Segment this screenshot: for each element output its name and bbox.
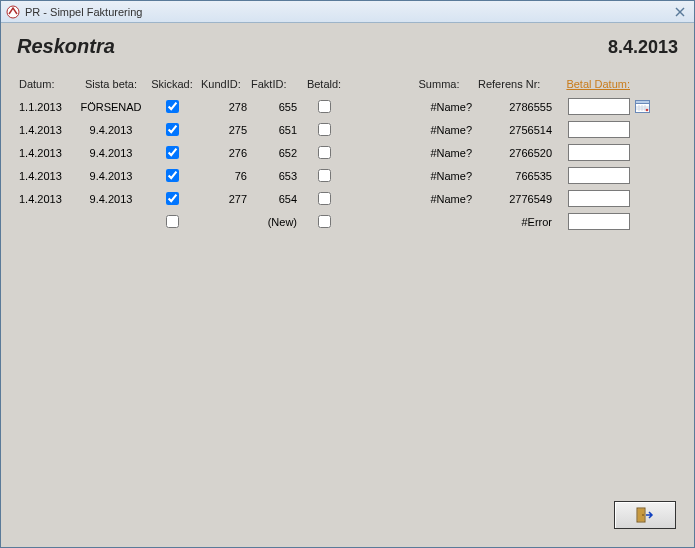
cell-sista: 9.4.2013: [77, 170, 145, 182]
page-date: 8.4.2013: [608, 37, 678, 58]
cell-sista: 9.4.2013: [77, 124, 145, 136]
col-betald: Betald:: [299, 78, 349, 90]
betaldatum-input[interactable]: [568, 190, 630, 207]
close-button[interactable]: [614, 501, 676, 529]
skickad-checkbox[interactable]: [166, 146, 179, 159]
cell-faktid: 654: [249, 193, 299, 205]
cell-skickad: [145, 146, 199, 160]
cell-referens: #Error: [474, 216, 554, 228]
cell-referens: 2766520: [474, 147, 554, 159]
col-kundid: KundID:: [199, 78, 249, 90]
cell-betaldatum: [554, 144, 632, 161]
cell-kundid: 276: [199, 147, 249, 159]
cell-kundid: 76: [199, 170, 249, 182]
betald-checkbox[interactable]: [318, 123, 331, 136]
window-title: PR - Simpel Fakturering: [25, 6, 670, 18]
betaldatum-input[interactable]: [568, 121, 630, 138]
cell-referens: 2786555: [474, 101, 554, 113]
betaldatum-input[interactable]: [568, 144, 630, 161]
skickad-checkbox[interactable]: [166, 192, 179, 205]
cell-skickad: [145, 169, 199, 183]
cell-summa: #Name?: [404, 101, 474, 113]
cell-betaldatum: [554, 167, 632, 184]
cell-skickad: [145, 192, 199, 206]
page-header: Reskontra 8.4.2013: [17, 35, 678, 58]
cell-betald: [299, 169, 349, 183]
page-title: Reskontra: [17, 35, 115, 58]
cell-datum: 1.4.2013: [17, 170, 77, 182]
door-exit-icon: [636, 507, 654, 523]
titlebar: PR - Simpel Fakturering: [1, 1, 694, 23]
calendar-icon[interactable]: [634, 98, 650, 114]
col-sista: Sista beta:: [77, 78, 145, 90]
table-row: 1.4.20139.4.2013275651#Name?2756514: [17, 118, 678, 141]
col-summa: Summa:: [404, 78, 474, 90]
svg-point-10: [645, 109, 648, 112]
betald-checkbox[interactable]: [318, 215, 331, 228]
window: PR - Simpel Fakturering Reskontra 8.4.20…: [0, 0, 695, 548]
col-faktid: FaktID:: [249, 78, 299, 90]
cell-betald: [299, 146, 349, 160]
col-betaldatum-link[interactable]: Betal Datum:: [566, 78, 630, 90]
cell-betald: [299, 123, 349, 137]
cell-kundid: 275: [199, 124, 249, 136]
content-area: Reskontra 8.4.2013 Datum: Sista beta: Sk…: [1, 23, 694, 245]
cell-betald: [299, 215, 349, 229]
cell-skickad: [145, 215, 199, 229]
skickad-checkbox[interactable]: [166, 215, 179, 228]
betald-checkbox[interactable]: [318, 192, 331, 205]
skickad-checkbox[interactable]: [166, 123, 179, 136]
app-icon: [5, 4, 21, 20]
table-row: 1.4.20139.4.2013277654#Name?2776549: [17, 187, 678, 210]
cell-sista: 9.4.2013: [77, 147, 145, 159]
data-grid: Datum: Sista beta: Skickad: KundID: Fakt…: [17, 72, 678, 233]
cell-skickad: [145, 100, 199, 114]
betaldatum-input[interactable]: [568, 98, 630, 115]
betald-checkbox[interactable]: [318, 169, 331, 182]
cell-datum: 1.4.2013: [17, 124, 77, 136]
cell-calendar: [632, 98, 650, 115]
cell-summa: #Name?: [404, 170, 474, 182]
cell-kundid: 277: [199, 193, 249, 205]
betaldatum-input[interactable]: [568, 213, 630, 230]
skickad-checkbox[interactable]: [166, 169, 179, 182]
cell-referens: 766535: [474, 170, 554, 182]
table-row: 1.4.20139.4.201376653#Name?766535: [17, 164, 678, 187]
header-row: Datum: Sista beta: Skickad: KundID: Fakt…: [17, 72, 678, 95]
cell-betaldatum: [554, 121, 632, 138]
svg-rect-4: [635, 101, 649, 104]
col-referens: Referens Nr:: [474, 78, 554, 90]
cell-summa: #Name?: [404, 124, 474, 136]
cell-kundid: 278: [199, 101, 249, 113]
betaldatum-input[interactable]: [568, 167, 630, 184]
betald-checkbox[interactable]: [318, 146, 331, 159]
cell-summa: #Name?: [404, 147, 474, 159]
cell-faktid: (New): [249, 216, 299, 228]
svg-point-13: [642, 514, 644, 516]
cell-datum: 1.4.2013: [17, 147, 77, 159]
cell-sista: 9.4.2013: [77, 193, 145, 205]
cell-datum: 1.4.2013: [17, 193, 77, 205]
cell-referens: 2756514: [474, 124, 554, 136]
close-icon[interactable]: [670, 4, 690, 20]
table-row: 1.4.20139.4.2013276652#Name?2766520: [17, 141, 678, 164]
cell-faktid: 651: [249, 124, 299, 136]
table-row: (New)#Error: [17, 210, 678, 233]
cell-summa: #Name?: [404, 193, 474, 205]
cell-referens: 2776549: [474, 193, 554, 205]
cell-betaldatum: [554, 98, 632, 115]
cell-betald: [299, 192, 349, 206]
cell-datum: 1.1.2013: [17, 101, 77, 113]
col-datum: Datum:: [17, 78, 77, 90]
table-row: 1.1.2013FÖRSENAD278655#Name?2786555: [17, 95, 678, 118]
col-skickad: Skickad:: [145, 78, 199, 90]
cell-skickad: [145, 123, 199, 137]
cell-faktid: 653: [249, 170, 299, 182]
skickad-checkbox[interactable]: [166, 100, 179, 113]
cell-betald: [299, 100, 349, 114]
cell-faktid: 655: [249, 101, 299, 113]
cell-betaldatum: [554, 213, 632, 230]
cell-betaldatum: [554, 190, 632, 207]
betald-checkbox[interactable]: [318, 100, 331, 113]
cell-faktid: 652: [249, 147, 299, 159]
